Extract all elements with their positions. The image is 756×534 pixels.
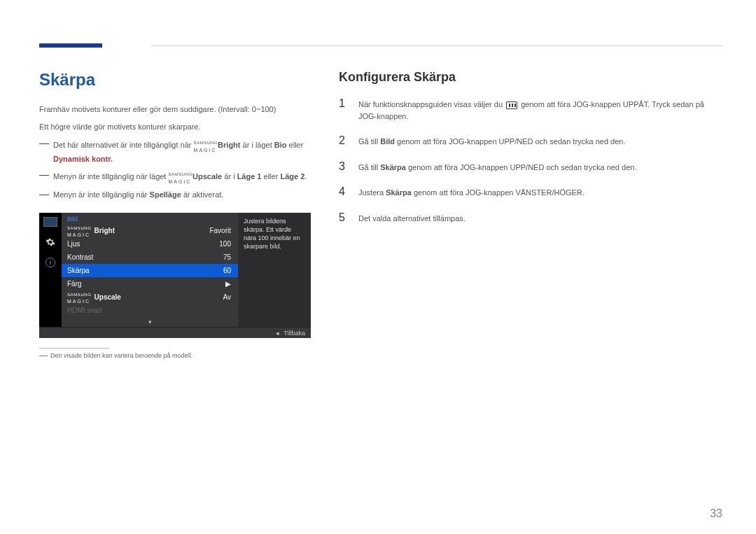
- bio-label: Bio: [274, 141, 287, 149]
- lage1-label: Läge 1: [237, 171, 262, 180]
- step-number: 1: [339, 97, 349, 110]
- note-2: ― Menyn är inte tillgänglig när läget SA…: [39, 169, 311, 185]
- footnote: ― Den visade bilden kan variera beroende…: [39, 351, 311, 360]
- osd-row-hdmi-disabled: HDMI svart: [62, 304, 238, 317]
- note3-end: är aktiverat.: [183, 190, 223, 199]
- skarpa-label: Skärpa: [386, 188, 412, 197]
- dynamisk-kontr-label: Dynamisk kontr.: [53, 155, 113, 163]
- step-2: 2 Gå till Bild genom att föra JOG-knappe…: [339, 134, 722, 148]
- page-title: Skärpa: [39, 70, 311, 90]
- note2-eller: eller: [264, 171, 281, 180]
- note2-pre: Menyn är inte tillgänglig när läget: [53, 171, 168, 180]
- step-number: 4: [339, 185, 349, 198]
- osd-section-header: Bild: [62, 213, 238, 224]
- step4-post: genom att föra JOG-knappen VÄNSTER/HÖGER…: [412, 188, 584, 197]
- step-1: 1 När funktionsknappsguiden visas väljer…: [339, 97, 722, 122]
- content-columns: Skärpa Framhäv motivets konturer eller g…: [39, 70, 722, 360]
- step5-text: Det valda alternativet tillämpas.: [358, 211, 722, 225]
- osd-row-skarpa-selected: Skärpa60: [62, 264, 238, 277]
- header-bar: [39, 43, 722, 49]
- header-rule: [151, 45, 722, 46]
- right-column: Konfigurera Skärpa 1 När funktionsknapps…: [339, 70, 722, 360]
- note3-pre: Menyn är inte tillgänglig när: [53, 190, 150, 199]
- osd-value: 100: [219, 240, 231, 248]
- osd-screenshot: i Bild SAMSUNGMAGICBright Favorit Ljus10…: [39, 213, 311, 338]
- step4-pre: Justera: [358, 188, 386, 197]
- samsung-magic-label: SAMSUNGMAGIC: [168, 169, 192, 185]
- osd-row-upscale: SAMSUNGMAGICUpscale Av: [62, 290, 238, 304]
- settings-tab-icon: [45, 237, 56, 248]
- skarpa-label: Skärpa: [380, 163, 406, 171]
- footnote-rule: [39, 348, 109, 349]
- note-dash: ―: [39, 138, 49, 165]
- section-title: Konfigurera Skärpa: [339, 70, 722, 85]
- left-column: Skärpa Framhäv motivets konturer eller g…: [39, 70, 311, 360]
- step3-pre: Gå till: [358, 163, 380, 171]
- osd-row-bright: SAMSUNGMAGICBright Favorit: [62, 224, 238, 237]
- chevron-left-icon: ◂: [276, 330, 279, 337]
- menu-icon: [506, 101, 517, 109]
- bild-label: Bild: [380, 137, 395, 146]
- osd-row-kontrast: Kontrast75: [62, 251, 238, 264]
- back-label: Tillbaka: [284, 330, 305, 337]
- note1-text-pre: Det här alternativet är inte tillgänglig…: [53, 141, 194, 149]
- picture-tab-icon: [43, 217, 57, 227]
- chevron-right-icon: ▶: [225, 280, 231, 288]
- note-dash: ―: [39, 169, 49, 185]
- step-3: 3 Gå till Skärpa genom att föra JOG-knap…: [339, 160, 722, 174]
- osd-value: Favorit: [209, 227, 231, 234]
- note2-end: .: [304, 171, 307, 180]
- note2-mid: är i: [224, 171, 237, 180]
- bright-label: Bright: [218, 141, 240, 149]
- osd-footer: ◂ Tillbaka: [39, 327, 311, 338]
- osd-value: 75: [223, 253, 231, 261]
- osd-value: Av: [223, 293, 232, 301]
- upscale-label: Upscale: [192, 171, 222, 180]
- osd-value: 60: [223, 267, 231, 274]
- note-dash: ―: [39, 189, 49, 201]
- intro-paragraph-2: Ett högre värde gör motivets konturer sk…: [39, 121, 311, 133]
- spellage-label: Spelläge: [150, 190, 181, 199]
- chevron-down-icon: ▾: [62, 317, 238, 327]
- samsung-magic-label: SAMSUNGMAGIC: [194, 138, 218, 153]
- note1-mid: är i läget: [243, 141, 274, 149]
- samsung-magic-label: SAMSUNGMAGIC: [67, 290, 92, 304]
- intro-paragraph-1: Framhäv motivets konturer eller gör dem …: [39, 104, 311, 115]
- step-4: 4 Justera Skärpa genom att föra JOG-knap…: [339, 185, 722, 199]
- note-1: ― Det här alternativet är inte tillgängl…: [39, 138, 311, 165]
- step-number: 5: [339, 211, 349, 224]
- note-3: ― Menyn är inte tillgänglig när Spelläge…: [39, 189, 311, 201]
- step-number: 2: [339, 134, 349, 147]
- step3-post: genom att föra JOG-knappen UPP/NED och s…: [406, 163, 637, 171]
- osd-row-ljus: Ljus100: [62, 237, 238, 251]
- header-accent: [39, 43, 102, 48]
- samsung-magic-label: SAMSUNGMAGIC: [67, 224, 92, 238]
- osd-sidebar: i: [39, 213, 62, 327]
- step2-post: genom att föra JOG-knappen UPP/NED och s…: [395, 137, 626, 146]
- note1-eller: eller: [289, 141, 304, 149]
- osd-row-farg: Färg▶: [62, 277, 238, 290]
- page-number: 33: [710, 507, 722, 520]
- step-number: 3: [339, 160, 349, 173]
- osd-menu-list: Bild SAMSUNGMAGICBright Favorit Ljus100 …: [62, 213, 238, 327]
- osd-description-panel: Justera bildens skärpa. Ett värde nära 1…: [238, 213, 311, 327]
- lage2-label: Läge 2: [280, 171, 304, 180]
- step1-pre: När funktionsknappsguiden visas väljer d…: [358, 100, 505, 108]
- step-5: 5 Det valda alternativet tillämpas.: [339, 211, 722, 225]
- info-tab-icon: i: [46, 258, 55, 267]
- step2-pre: Gå till: [358, 137, 380, 146]
